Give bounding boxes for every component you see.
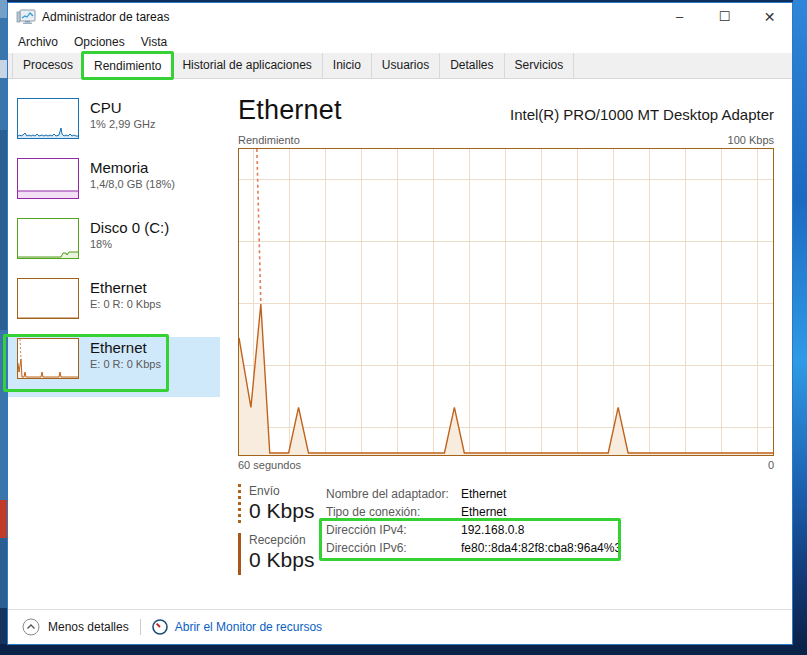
resource-monitor-icon	[152, 619, 168, 635]
tab-historial[interactable]: Historial de aplicaciones	[172, 53, 322, 78]
detail-value: Ethernet	[461, 503, 506, 521]
menu-archivo[interactable]: Archivo	[10, 32, 66, 52]
ethernet1-title: Ethernet	[90, 278, 161, 297]
disk-title: Disco 0 (C:)	[90, 218, 169, 237]
send-stat: Envío 0 Kbps	[238, 484, 326, 526]
memory-mini-chart	[17, 158, 79, 199]
maximize-button[interactable]: ☐	[702, 3, 747, 30]
task-manager-window: Administrador de tareas – ☐ ✕ Archivo Op…	[7, 2, 793, 645]
ethernet2-stats: E: 0 R: 0 Kbps	[90, 357, 161, 372]
desktop-fragment	[0, 18, 7, 60]
window-controls: – ☐ ✕	[657, 3, 792, 30]
desktop-fragment	[0, 608, 7, 645]
throughput-column: Envío 0 Kbps Recepción 0 Kbps	[238, 484, 326, 575]
detail-label: Tipo de conexión:	[326, 503, 461, 521]
titlebar: Administrador de tareas – ☐ ✕	[8, 3, 792, 30]
cpu-labels: CPU 1% 2,99 GHz	[90, 98, 155, 132]
receive-value: 0 Kbps	[249, 548, 314, 572]
ethernet2-mini-chart	[17, 338, 79, 379]
detail-row-ipv4: Dirección IPv4: 192.168.0.8	[326, 521, 621, 539]
detail-row-adapter-name: Nombre del adaptador: Ethernet	[326, 485, 621, 503]
ethernet2-title: Ethernet	[90, 338, 161, 357]
sidebar-item-cpu[interactable]: CPU 1% 2,99 GHz	[8, 97, 220, 157]
plot-labels: Rendimiento 100 Kbps	[238, 134, 774, 146]
cpu-title: CPU	[90, 98, 155, 117]
desktop-fragment	[0, 0, 7, 18]
send-legend-bar	[238, 484, 241, 526]
performance-pane: CPU 1% 2,99 GHz Memoria 1,4/8,0 GB (18%)	[8, 79, 792, 609]
desktop-fragment	[0, 130, 7, 330]
desktop-fragment	[0, 78, 7, 130]
tab-servicios[interactable]: Servicios	[505, 53, 575, 78]
detail-label: Dirección IPv4:	[326, 521, 461, 539]
tab-bar: Procesos Rendimiento Historial de aplica…	[8, 53, 792, 79]
ip-address-rows: Dirección IPv4: 192.168.0.8 Dirección IP…	[326, 521, 621, 557]
task-manager-icon	[16, 9, 36, 25]
menu-opciones[interactable]: Opciones	[66, 32, 133, 52]
chevron-up-circle-icon	[22, 618, 40, 636]
memory-stats: 1,4/8,0 GB (18%)	[90, 177, 175, 192]
ethernet1-mini-chart	[17, 278, 79, 319]
detail-row-ipv6: Dirección IPv6: fe80::8da4:82f8:cba8:96a…	[326, 539, 621, 557]
desktop-fragment	[0, 500, 7, 538]
receive-stat: Recepción 0 Kbps	[238, 533, 326, 575]
detail-value: Ethernet	[461, 485, 506, 503]
perf-label: Rendimiento	[238, 134, 300, 146]
adapter-name: Intel(R) PRO/1000 MT Desktop Adapter	[510, 106, 774, 126]
page-title: Ethernet	[238, 95, 342, 126]
desktop-fragment	[0, 60, 7, 78]
menu-vista[interactable]: Vista	[133, 32, 175, 52]
cpu-stats: 1% 2,99 GHz	[90, 117, 155, 132]
x-axis-right-label: 0	[768, 459, 774, 471]
cpu-mini-chart	[17, 98, 79, 139]
open-resource-monitor-link[interactable]: Abrir el Monitor de recursos	[152, 619, 322, 635]
disk-mini-chart	[17, 218, 79, 259]
minimize-button[interactable]: –	[657, 3, 702, 30]
disk-stats: 18%	[90, 237, 169, 252]
desktop-edge-right	[793, 0, 807, 655]
menubar: Archivo Opciones Vista	[8, 30, 792, 53]
tab-usuarios[interactable]: Usuarios	[372, 53, 440, 78]
detail-row-connection-type: Tipo de conexión: Ethernet	[326, 503, 621, 521]
detail-label: Dirección IPv6:	[326, 539, 461, 557]
tab-procesos[interactable]: Procesos	[12, 53, 84, 78]
x-axis-labels: 60 segundos 0	[238, 459, 774, 471]
close-button[interactable]: ✕	[747, 3, 792, 30]
send-label: Envío	[249, 484, 314, 498]
receive-legend-bar	[238, 533, 241, 575]
network-usage-chart[interactable]	[238, 148, 774, 456]
sidebar-item-ethernet-2[interactable]: Ethernet E: 0 R: 0 Kbps	[8, 337, 220, 397]
ipv4-value: 192.168.0.8	[461, 521, 524, 539]
ethernet1-labels: Ethernet E: 0 R: 0 Kbps	[90, 278, 161, 312]
stats-section: Envío 0 Kbps Recepción 0 Kbps N	[238, 484, 774, 575]
window-title: Administrador de tareas	[42, 10, 169, 24]
tab-inicio[interactable]: Inicio	[323, 53, 372, 78]
tab-rendimiento[interactable]: Rendimiento	[84, 53, 172, 79]
less-details-label: Menos detalles	[48, 620, 129, 634]
adapter-details: Nombre del adaptador: Ethernet Tipo de c…	[326, 484, 621, 575]
detail-label: Nombre del adaptador:	[326, 485, 461, 503]
receive-label: Recepción	[249, 533, 314, 547]
sidebar-item-memoria[interactable]: Memoria 1,4/8,0 GB (18%)	[8, 157, 220, 217]
statusbar-divider	[140, 619, 141, 635]
desktop-fragment	[0, 330, 7, 500]
tab-rendimiento-label: Rendimiento	[94, 59, 161, 73]
disk-labels: Disco 0 (C:) 18%	[90, 218, 169, 252]
sidebar-item-disco[interactable]: Disco 0 (C:) 18%	[8, 217, 220, 277]
desktop-edge-left	[0, 0, 7, 645]
send-series-line	[257, 149, 261, 304]
status-bar: Menos detalles Abrir el Monitor de recur…	[8, 609, 792, 644]
detail-header: Ethernet Intel(R) PRO/1000 MT Desktop Ad…	[238, 95, 774, 126]
desktop-fragment	[0, 538, 7, 608]
ethernet-detail-pane: Ethernet Intel(R) PRO/1000 MT Desktop Ad…	[220, 79, 792, 609]
sidebar-item-ethernet-1[interactable]: Ethernet E: 0 R: 0 Kbps	[8, 277, 220, 337]
ipv6-value: fe80::8da4:82f8:cba8:96a4%3	[461, 539, 621, 557]
memory-labels: Memoria 1,4/8,0 GB (18%)	[90, 158, 175, 192]
x-axis-left-label: 60 segundos	[238, 459, 301, 471]
receive-series-line	[239, 304, 773, 453]
desktop-edge-bottom	[0, 644, 807, 655]
open-resource-monitor-label: Abrir el Monitor de recursos	[175, 620, 322, 634]
ethernet2-labels: Ethernet E: 0 R: 0 Kbps	[90, 338, 161, 372]
tab-detalles[interactable]: Detalles	[440, 53, 504, 78]
less-details-button[interactable]: Menos detalles	[22, 618, 129, 636]
